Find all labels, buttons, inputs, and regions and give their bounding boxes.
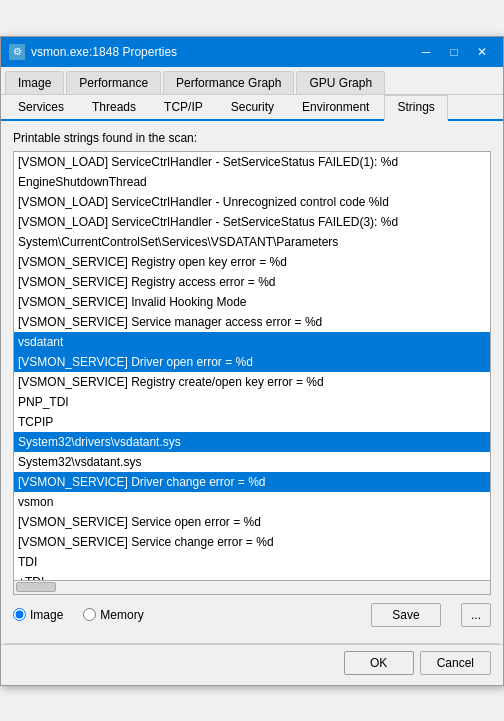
list-item[interactable]: [VSMON_SERVICE] Registry access error = …: [14, 272, 490, 292]
ellipsis-button[interactable]: ...: [461, 603, 491, 627]
tabs-row-1: Image Performance Performance Graph GPU …: [1, 67, 503, 95]
scroll-thumb: [16, 582, 56, 592]
tab-tcp-ip[interactable]: TCP/IP: [151, 95, 216, 119]
tab-threads[interactable]: Threads: [79, 95, 149, 119]
list-item[interactable]: [VSMON_SERVICE] Driver change error = %d: [14, 472, 490, 492]
list-item[interactable]: [VSMON_SERVICE] Service manager access e…: [14, 312, 490, 332]
title-bar-left: ⚙ vsmon.exe:1848 Properties: [9, 44, 177, 60]
cancel-button[interactable]: Cancel: [420, 651, 491, 675]
tab-image[interactable]: Image: [5, 71, 64, 94]
list-item[interactable]: [VSMON_SERVICE] Invalid Hooking Mode: [14, 292, 490, 312]
tab-strings[interactable]: Strings: [384, 95, 447, 121]
footer-row: OK Cancel: [1, 644, 503, 685]
list-item[interactable]: TCPIP: [14, 412, 490, 432]
ok-button[interactable]: OK: [344, 651, 414, 675]
list-item[interactable]: vsmon: [14, 492, 490, 512]
list-item[interactable]: [VSMON_SERVICE] Registry create/open key…: [14, 372, 490, 392]
window-icon: ⚙: [9, 44, 25, 60]
radio-image-text: Image: [30, 608, 63, 622]
restore-button[interactable]: □: [441, 42, 467, 62]
list-item[interactable]: [VSMON_SERVICE] Driver open error = %d: [14, 352, 490, 372]
title-bar: ⚙ vsmon.exe:1848 Properties ─ □ ✕: [1, 37, 503, 67]
tab-gpu-graph[interactable]: GPU Graph: [296, 71, 385, 94]
list-item[interactable]: [VSMON_LOAD] ServiceCtrlHandler - Unreco…: [14, 192, 490, 212]
close-button[interactable]: ✕: [469, 42, 495, 62]
main-window: ⚙ vsmon.exe:1848 Properties ─ □ ✕ Image …: [0, 36, 504, 686]
strings-list[interactable]: [VSMON_LOAD] ServiceCtrlHandler - SetSer…: [13, 151, 491, 581]
radio-image-label[interactable]: Image: [13, 608, 63, 622]
tab-performance-graph[interactable]: Performance Graph: [163, 71, 294, 94]
window-title: vsmon.exe:1848 Properties: [31, 45, 177, 59]
list-item[interactable]: EngineShutdownThread: [14, 172, 490, 192]
tabs-row-2: Services Threads TCP/IP Security Environ…: [1, 95, 503, 121]
radio-row: Image Memory Save ...: [13, 603, 491, 627]
list-item[interactable]: [VSMON_LOAD] ServiceCtrlHandler - SetSer…: [14, 152, 490, 172]
radio-image[interactable]: [13, 608, 26, 621]
section-label: Printable strings found in the scan:: [13, 131, 491, 145]
tab-performance[interactable]: Performance: [66, 71, 161, 94]
radio-memory-label[interactable]: Memory: [83, 608, 143, 622]
list-item[interactable]: [VSMON_SERVICE] Service open error = %d: [14, 512, 490, 532]
list-item[interactable]: PNP_TDI: [14, 392, 490, 412]
radio-memory[interactable]: [83, 608, 96, 621]
tab-services[interactable]: Services: [5, 95, 77, 119]
list-item[interactable]: System32\vsdatant.sys: [14, 452, 490, 472]
horizontal-scrollbar[interactable]: [13, 581, 491, 595]
minimize-button[interactable]: ─: [413, 42, 439, 62]
list-item[interactable]: TDI: [14, 552, 490, 572]
list-item[interactable]: System32\drivers\vsdatant.sys: [14, 432, 490, 452]
list-item[interactable]: System\CurrentControlSet\Services\VSDATA…: [14, 232, 490, 252]
content-area: Printable strings found in the scan: [VS…: [1, 121, 503, 643]
list-item[interactable]: +TDI: [14, 572, 490, 581]
title-bar-controls: ─ □ ✕: [413, 42, 495, 62]
save-button[interactable]: Save: [371, 603, 441, 627]
radio-memory-text: Memory: [100, 608, 143, 622]
tab-security[interactable]: Security: [218, 95, 287, 119]
list-item[interactable]: [VSMON_SERVICE] Registry open key error …: [14, 252, 490, 272]
list-item[interactable]: [VSMON_SERVICE] Service change error = %…: [14, 532, 490, 552]
list-item[interactable]: [VSMON_LOAD] ServiceCtrlHandler - SetSer…: [14, 212, 490, 232]
tab-environment[interactable]: Environment: [289, 95, 382, 119]
list-item[interactable]: vsdatant: [14, 332, 490, 352]
